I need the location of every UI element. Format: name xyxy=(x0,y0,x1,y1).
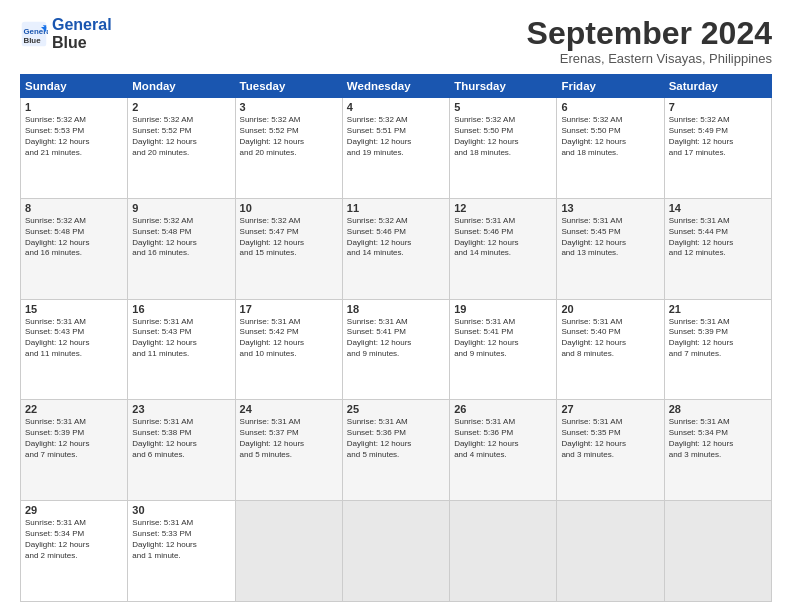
day-number: 10 xyxy=(240,202,338,214)
calendar-cell: 3Sunrise: 5:32 AM Sunset: 5:52 PM Daylig… xyxy=(235,98,342,199)
calendar-cell: 15Sunrise: 5:31 AM Sunset: 5:43 PM Dayli… xyxy=(21,299,128,400)
calendar-week-4: 22Sunrise: 5:31 AM Sunset: 5:39 PM Dayli… xyxy=(21,400,772,501)
day-number: 6 xyxy=(561,101,659,113)
logo-text: General Blue xyxy=(52,16,112,51)
cell-info: Sunrise: 5:31 AM Sunset: 5:34 PM Dayligh… xyxy=(669,417,767,460)
day-number: 11 xyxy=(347,202,445,214)
calendar-cell: 21Sunrise: 5:31 AM Sunset: 5:39 PM Dayli… xyxy=(664,299,771,400)
cell-info: Sunrise: 5:31 AM Sunset: 5:36 PM Dayligh… xyxy=(454,417,552,460)
calendar-header-friday: Friday xyxy=(557,75,664,98)
day-number: 29 xyxy=(25,504,123,516)
calendar-week-2: 8Sunrise: 5:32 AM Sunset: 5:48 PM Daylig… xyxy=(21,198,772,299)
day-number: 3 xyxy=(240,101,338,113)
calendar-cell: 11Sunrise: 5:32 AM Sunset: 5:46 PM Dayli… xyxy=(342,198,449,299)
cell-info: Sunrise: 5:31 AM Sunset: 5:36 PM Dayligh… xyxy=(347,417,445,460)
cell-info: Sunrise: 5:32 AM Sunset: 5:53 PM Dayligh… xyxy=(25,115,123,158)
day-number: 21 xyxy=(669,303,767,315)
calendar-cell: 16Sunrise: 5:31 AM Sunset: 5:43 PM Dayli… xyxy=(128,299,235,400)
logo-icon: General Blue xyxy=(20,20,48,48)
calendar-cell: 30Sunrise: 5:31 AM Sunset: 5:33 PM Dayli… xyxy=(128,501,235,602)
cell-info: Sunrise: 5:31 AM Sunset: 5:42 PM Dayligh… xyxy=(240,317,338,360)
day-number: 7 xyxy=(669,101,767,113)
calendar-cell xyxy=(664,501,771,602)
cell-info: Sunrise: 5:31 AM Sunset: 5:35 PM Dayligh… xyxy=(561,417,659,460)
day-number: 5 xyxy=(454,101,552,113)
calendar-cell: 22Sunrise: 5:31 AM Sunset: 5:39 PM Dayli… xyxy=(21,400,128,501)
cell-info: Sunrise: 5:31 AM Sunset: 5:34 PM Dayligh… xyxy=(25,518,123,561)
cell-info: Sunrise: 5:31 AM Sunset: 5:41 PM Dayligh… xyxy=(454,317,552,360)
day-number: 1 xyxy=(25,101,123,113)
calendar-cell xyxy=(450,501,557,602)
cell-info: Sunrise: 5:31 AM Sunset: 5:44 PM Dayligh… xyxy=(669,216,767,259)
day-number: 23 xyxy=(132,403,230,415)
cell-info: Sunrise: 5:31 AM Sunset: 5:43 PM Dayligh… xyxy=(132,317,230,360)
calendar-cell: 5Sunrise: 5:32 AM Sunset: 5:50 PM Daylig… xyxy=(450,98,557,199)
calendar-cell: 2Sunrise: 5:32 AM Sunset: 5:52 PM Daylig… xyxy=(128,98,235,199)
logo-blue: Blue xyxy=(52,34,112,52)
day-number: 14 xyxy=(669,202,767,214)
calendar-cell: 27Sunrise: 5:31 AM Sunset: 5:35 PM Dayli… xyxy=(557,400,664,501)
day-number: 27 xyxy=(561,403,659,415)
page: General Blue General Blue September 2024… xyxy=(0,0,792,612)
calendar-cell: 6Sunrise: 5:32 AM Sunset: 5:50 PM Daylig… xyxy=(557,98,664,199)
cell-info: Sunrise: 5:32 AM Sunset: 5:46 PM Dayligh… xyxy=(347,216,445,259)
day-number: 19 xyxy=(454,303,552,315)
calendar-cell xyxy=(235,501,342,602)
cell-info: Sunrise: 5:31 AM Sunset: 5:38 PM Dayligh… xyxy=(132,417,230,460)
calendar-cell: 26Sunrise: 5:31 AM Sunset: 5:36 PM Dayli… xyxy=(450,400,557,501)
location: Erenas, Eastern Visayas, Philippines xyxy=(527,51,772,66)
day-number: 22 xyxy=(25,403,123,415)
calendar-cell: 20Sunrise: 5:31 AM Sunset: 5:40 PM Dayli… xyxy=(557,299,664,400)
calendar-week-5: 29Sunrise: 5:31 AM Sunset: 5:34 PM Dayli… xyxy=(21,501,772,602)
day-number: 25 xyxy=(347,403,445,415)
cell-info: Sunrise: 5:32 AM Sunset: 5:51 PM Dayligh… xyxy=(347,115,445,158)
calendar-cell: 4Sunrise: 5:32 AM Sunset: 5:51 PM Daylig… xyxy=(342,98,449,199)
calendar-header-tuesday: Tuesday xyxy=(235,75,342,98)
day-number: 12 xyxy=(454,202,552,214)
month-title: September 2024 xyxy=(527,16,772,51)
day-number: 4 xyxy=(347,101,445,113)
calendar-cell: 9Sunrise: 5:32 AM Sunset: 5:48 PM Daylig… xyxy=(128,198,235,299)
calendar-cell xyxy=(342,501,449,602)
logo: General Blue General Blue xyxy=(20,16,112,51)
cell-info: Sunrise: 5:31 AM Sunset: 5:43 PM Dayligh… xyxy=(25,317,123,360)
cell-info: Sunrise: 5:31 AM Sunset: 5:37 PM Dayligh… xyxy=(240,417,338,460)
cell-info: Sunrise: 5:32 AM Sunset: 5:48 PM Dayligh… xyxy=(25,216,123,259)
calendar-table: SundayMondayTuesdayWednesdayThursdayFrid… xyxy=(20,74,772,602)
cell-info: Sunrise: 5:31 AM Sunset: 5:40 PM Dayligh… xyxy=(561,317,659,360)
day-number: 16 xyxy=(132,303,230,315)
calendar-header-thursday: Thursday xyxy=(450,75,557,98)
cell-info: Sunrise: 5:32 AM Sunset: 5:48 PM Dayligh… xyxy=(132,216,230,259)
cell-info: Sunrise: 5:31 AM Sunset: 5:41 PM Dayligh… xyxy=(347,317,445,360)
svg-text:Blue: Blue xyxy=(24,35,42,44)
calendar-cell: 29Sunrise: 5:31 AM Sunset: 5:34 PM Dayli… xyxy=(21,501,128,602)
cell-info: Sunrise: 5:31 AM Sunset: 5:33 PM Dayligh… xyxy=(132,518,230,561)
calendar-cell xyxy=(557,501,664,602)
day-number: 13 xyxy=(561,202,659,214)
calendar-cell: 24Sunrise: 5:31 AM Sunset: 5:37 PM Dayli… xyxy=(235,400,342,501)
logo-general: General xyxy=(52,16,112,33)
cell-info: Sunrise: 5:31 AM Sunset: 5:39 PM Dayligh… xyxy=(25,417,123,460)
calendar-cell: 1Sunrise: 5:32 AM Sunset: 5:53 PM Daylig… xyxy=(21,98,128,199)
calendar-cell: 12Sunrise: 5:31 AM Sunset: 5:46 PM Dayli… xyxy=(450,198,557,299)
day-number: 9 xyxy=(132,202,230,214)
calendar-header-monday: Monday xyxy=(128,75,235,98)
day-number: 8 xyxy=(25,202,123,214)
day-number: 28 xyxy=(669,403,767,415)
calendar-cell: 23Sunrise: 5:31 AM Sunset: 5:38 PM Dayli… xyxy=(128,400,235,501)
cell-info: Sunrise: 5:32 AM Sunset: 5:50 PM Dayligh… xyxy=(561,115,659,158)
calendar-cell: 13Sunrise: 5:31 AM Sunset: 5:45 PM Dayli… xyxy=(557,198,664,299)
day-number: 17 xyxy=(240,303,338,315)
day-number: 30 xyxy=(132,504,230,516)
day-number: 15 xyxy=(25,303,123,315)
day-number: 18 xyxy=(347,303,445,315)
calendar-header-sunday: Sunday xyxy=(21,75,128,98)
cell-info: Sunrise: 5:32 AM Sunset: 5:50 PM Dayligh… xyxy=(454,115,552,158)
cell-info: Sunrise: 5:31 AM Sunset: 5:45 PM Dayligh… xyxy=(561,216,659,259)
cell-info: Sunrise: 5:32 AM Sunset: 5:52 PM Dayligh… xyxy=(240,115,338,158)
calendar-header-wednesday: Wednesday xyxy=(342,75,449,98)
calendar-cell: 7Sunrise: 5:32 AM Sunset: 5:49 PM Daylig… xyxy=(664,98,771,199)
calendar-cell: 19Sunrise: 5:31 AM Sunset: 5:41 PM Dayli… xyxy=(450,299,557,400)
calendar-cell: 17Sunrise: 5:31 AM Sunset: 5:42 PM Dayli… xyxy=(235,299,342,400)
day-number: 20 xyxy=(561,303,659,315)
